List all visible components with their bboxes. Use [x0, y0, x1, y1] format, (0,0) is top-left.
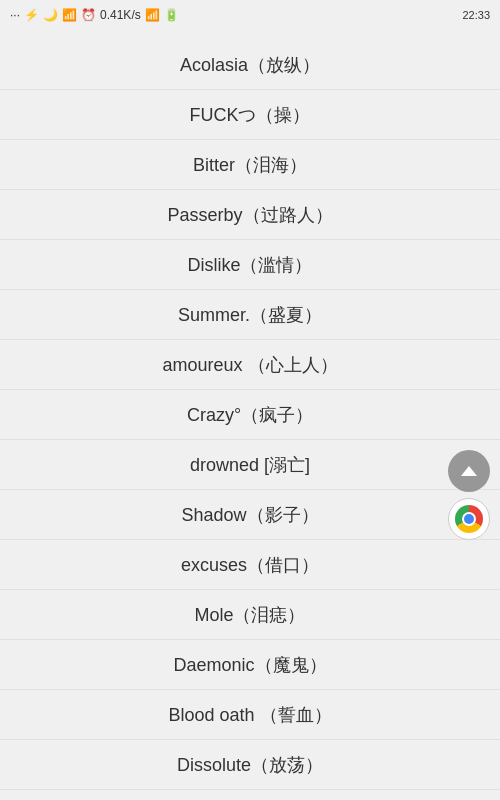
item-text: FUCKつ（操） [190, 103, 311, 127]
list-item[interactable]: Mole（泪痣） [0, 590, 500, 640]
list-item[interactable]: Shadow（影子） [0, 490, 500, 540]
item-text: Dislike（滥情） [187, 253, 312, 277]
speed: 0.41K/s [100, 8, 141, 22]
list-item[interactable]: excuses（借口） [0, 540, 500, 590]
list-item[interactable]: Daemonic（魔鬼） [0, 640, 500, 690]
list-container: Acolasia（放纵）FUCKつ（操）Bitter（泪海）Passerby（过… [0, 30, 500, 800]
item-text: Acolasia（放纵） [180, 53, 320, 77]
item-text: Daemonic（魔鬼） [173, 653, 326, 677]
status-bar: ··· ⚡ 🌙 📶 ⏰ 0.41K/s 📶 🔋 22:33 [0, 0, 500, 30]
chrome-button[interactable] [448, 498, 490, 540]
time: 22:33 [462, 9, 490, 21]
item-text: Mole（泪痣） [194, 603, 305, 627]
dots-icon: ··· [10, 8, 20, 22]
list-item[interactable]: Ambition（抱负） [0, 790, 500, 800]
scroll-top-button[interactable] [448, 450, 490, 492]
status-left: ··· ⚡ 🌙 📶 ⏰ 0.41K/s 📶 🔋 [10, 8, 179, 22]
item-text: Dissolute（放荡） [177, 753, 323, 777]
list-item[interactable]: Crazy°（疯子） [0, 390, 500, 440]
item-text: Passerby（过路人） [167, 203, 332, 227]
battery-full-icon: 🔋 [164, 8, 179, 22]
list-item[interactable]: Acolasia（放纵） [0, 40, 500, 90]
item-text: Blood oath （誓血） [168, 703, 331, 727]
status-right: 22:33 [462, 9, 490, 21]
float-buttons [448, 450, 490, 540]
chevron-up-icon [461, 466, 477, 476]
item-text: Shadow（影子） [181, 503, 318, 527]
list-item[interactable]: Blood oath （誓血） [0, 690, 500, 740]
list-item[interactable]: Dislike（滥情） [0, 240, 500, 290]
item-text: Crazy°（疯子） [187, 403, 313, 427]
list-item[interactable]: drowned [溺亡] [0, 440, 500, 490]
list-item[interactable]: Passerby（过路人） [0, 190, 500, 240]
list-item[interactable]: amoureux （心上人） [0, 340, 500, 390]
chrome-inner-circle [462, 512, 476, 526]
item-text: Bitter（泪海） [193, 153, 307, 177]
item-text: excuses（借口） [181, 553, 319, 577]
list-item[interactable]: Dissolute（放荡） [0, 740, 500, 790]
item-text: amoureux （心上人） [162, 353, 337, 377]
main-content: Acolasia（放纵）FUCKつ（操）Bitter（泪海）Passerby（过… [0, 30, 500, 800]
list-item[interactable]: FUCKつ（操） [0, 90, 500, 140]
battery-icon: 📶 [62, 8, 77, 22]
moon-icon: 🌙 [43, 8, 58, 22]
chrome-icon [455, 505, 483, 533]
signal-icon: 📶 [145, 8, 160, 22]
list-item[interactable]: Bitter（泪海） [0, 140, 500, 190]
alarm-icon: ⏰ [81, 8, 96, 22]
bluetooth-icon: ⚡ [24, 8, 39, 22]
item-text: drowned [溺亡] [190, 453, 310, 477]
item-text: Summer.（盛夏） [178, 303, 322, 327]
list-item[interactable]: Summer.（盛夏） [0, 290, 500, 340]
